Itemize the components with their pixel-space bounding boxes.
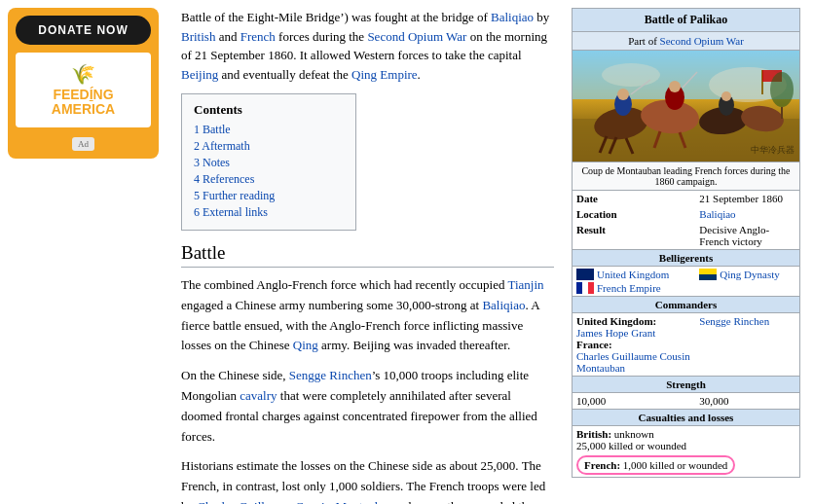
link-montauban-2[interactable]: Charles Guillaume Cousin Montauban (576, 350, 690, 374)
contents-item-5: 5 Further reading (194, 189, 344, 203)
contents-link-battle[interactable]: 1 Battle (194, 123, 231, 136)
svg-point-18 (721, 91, 731, 101)
infobox-image: 中华冷兵器 (573, 51, 799, 162)
donate-button[interactable]: DONATE NOW (16, 16, 151, 45)
casualties-french-row: French: 1,000 killed or wounded (573, 453, 799, 477)
date-value: 21 September 1860 (695, 191, 799, 206)
qing-flag (699, 269, 717, 280)
contents-item-6: 6 External links (194, 205, 344, 220)
link-second-opium[interactable]: Second Opium War (367, 29, 466, 44)
link-location[interactable]: Baliqiao (699, 208, 735, 220)
ad-box: DONATE NOW 🌾 FEEDÍNG AMERICA Ad (8, 8, 159, 159)
contents-box: Contents 1 Battle 2 Aftermath 3 Notes 4 … (181, 93, 356, 231)
svg-point-23 (770, 72, 794, 107)
allied-strength: 10,000 (573, 393, 695, 410)
feeding-text-line1: FEEDÍNG AMERICA (52, 88, 115, 118)
link-sengge-2[interactable]: Sengge Rinchen (699, 315, 769, 327)
strength-header: Strength (573, 377, 799, 393)
belligerents-header: Belligerents (573, 250, 799, 267)
contents-link-external[interactable]: 6 External links (194, 205, 268, 219)
section-title-battle: Battle (181, 242, 554, 268)
casualties-french-label: French: (584, 459, 620, 471)
ad-label: Ad (72, 137, 94, 151)
casualties-header: Casualties and losses (573, 410, 799, 426)
link-british[interactable]: British (181, 29, 215, 44)
contents-title: Contents (194, 102, 344, 118)
infobox-column: Battle of Palikao Part of Second Opium W… (572, 8, 805, 504)
casualties-french-value: 1,000 killed or wounded (623, 459, 728, 471)
infobox-image-caption: Coup de Montauban leading French forces … (573, 162, 799, 191)
link-beijing[interactable]: Beijing (181, 67, 218, 82)
location-label: Location (573, 206, 695, 222)
link-baliqiao[interactable]: Baliqiao (491, 10, 534, 24)
watermark: 中华冷兵器 (751, 144, 795, 157)
fr-flag (576, 282, 594, 294)
link-sengge[interactable]: Sengge Rinchen (289, 368, 372, 382)
article-paragraph-2: On the Chinese side, Sengge Rinchen’s 10… (181, 366, 554, 447)
article-body: Battle of the Eight-Mile Bridge’) was fo… (173, 8, 562, 504)
belligerents-header-row: Belligerents (573, 250, 799, 267)
strength-header-row: Strength (573, 377, 799, 393)
link-qing-2[interactable]: Qing (293, 338, 318, 352)
casualties-allied-row: British: unknown 25,000 killed or wounde… (573, 426, 799, 454)
link-qing[interactable]: Qing Empire (351, 67, 418, 82)
contents-link-further[interactable]: 5 Further reading (194, 189, 275, 202)
link-tianjin[interactable]: Tianjin (507, 277, 543, 292)
article-paragraph-1: The combined Anglo-French force which ha… (181, 275, 554, 356)
feeding-icon: 🌾 (71, 62, 95, 86)
contents-link-references[interactable]: 4 References (194, 172, 254, 186)
link-cavalry[interactable]: cavalry (240, 388, 277, 403)
infobox: Battle of Palikao Part of Second Opium W… (572, 8, 800, 478)
page-layout: DONATE NOW 🌾 FEEDÍNG AMERICA Ad Battle o… (0, 0, 813, 504)
link-uk[interactable]: United Kingdom (597, 269, 669, 280)
casualties-french-highlight: French: 1,000 killed or wounded (576, 455, 735, 475)
infobox-title: Battle of Palikao (573, 9, 799, 32)
ad-icon: Ad (78, 139, 89, 149)
left-sidebar: DONATE NOW 🌾 FEEDÍNG AMERICA Ad (8, 8, 164, 504)
contents-link-notes[interactable]: 3 Notes (194, 156, 230, 169)
enemy-flags: Qing Dynasty (695, 267, 799, 297)
belligerent-flags-row: United Kingdom French Empire Qing Dynast… (573, 267, 799, 297)
link-second-opium-war[interactable]: Second Opium War (660, 35, 744, 47)
article-intro: Battle of the Eight-Mile Bridge’) was fo… (181, 8, 554, 84)
contents-list: 1 Battle 2 Aftermath 3 Notes 4 Reference… (194, 123, 344, 220)
commanders-header-row: Commanders (573, 297, 799, 313)
result-value: Decisive Anglo-French victory (695, 222, 799, 250)
commanders-row: United Kingdom: James Hope Grant France:… (573, 313, 799, 377)
contents-item-1: 1 Battle (194, 123, 344, 137)
contents-item-2: 2 Aftermath (194, 139, 344, 154)
casualties-header-row: Casualties and losses (573, 410, 799, 426)
svg-point-14 (617, 89, 629, 100)
feeding-text-line2: AMERICA (52, 102, 115, 117)
feeding-america-logo: 🌾 FEEDÍNG AMERICA (16, 53, 151, 127)
location-row: Location Baliqiao (573, 206, 799, 222)
uk-flag (576, 269, 594, 280)
link-baliqiao-2[interactable]: Baliqiao (482, 298, 525, 312)
enemy-strength: 30,000 (695, 393, 799, 410)
casualties-french: French: 1,000 killed or wounded (573, 453, 799, 477)
result-label: Result (573, 222, 695, 250)
location-value: Baliqiao (695, 206, 799, 222)
link-montauban[interactable]: Charles Guillaume Cousin-Montauban (197, 499, 392, 504)
result-row: Result Decisive Anglo-French victory (573, 222, 799, 250)
date-row: Date 21 September 1860 (573, 191, 799, 206)
infobox-details-table: Date 21 September 1860 Location Baliqiao… (573, 191, 799, 477)
enemy-commanders: Sengge Rinchen (695, 313, 799, 377)
link-grant-2[interactable]: James Hope Grant (576, 327, 655, 339)
link-qing-dynasty[interactable]: Qing Dynasty (720, 269, 779, 280)
article-paragraph-3: Historians estimate the losses on the Ch… (181, 456, 554, 504)
contents-link-aftermath[interactable]: 2 Aftermath (194, 139, 250, 153)
commanders-header: Commanders (573, 297, 799, 313)
contents-item-3: 3 Notes (194, 156, 344, 170)
infobox-subtitle: Part of Second Opium War (573, 32, 799, 51)
date-label: Date (573, 191, 695, 206)
svg-point-3 (602, 63, 660, 87)
svg-point-16 (669, 81, 681, 92)
link-french[interactable]: French (240, 29, 276, 44)
link-france[interactable]: French Empire (597, 282, 661, 294)
allied-flags: United Kingdom French Empire (573, 267, 695, 297)
casualties-allied: British: unknown 25,000 killed or wounde… (573, 426, 799, 454)
strength-row: 10,000 30,000 (573, 393, 799, 410)
casualties-british-detail: 25,000 killed or wounded (576, 440, 686, 451)
contents-item-4: 4 References (194, 172, 344, 187)
